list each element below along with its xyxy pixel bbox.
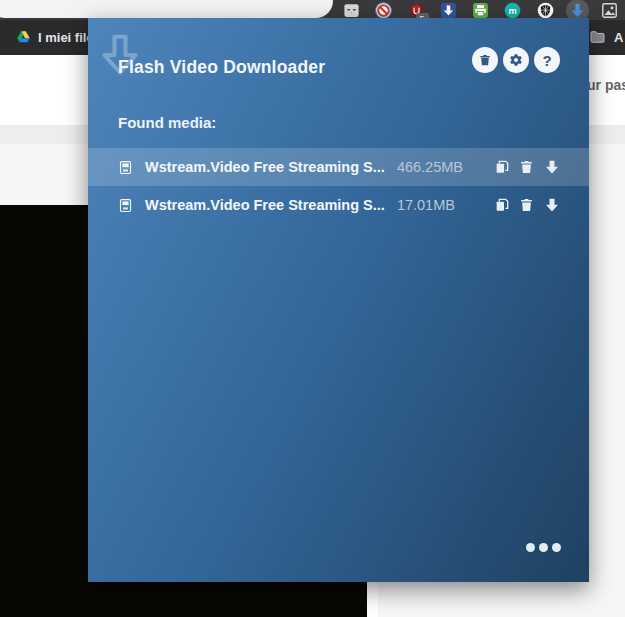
trash-icon[interactable] <box>519 159 534 175</box>
media-title: Wstream.Video Free Streaming S... <box>145 197 385 213</box>
media-row[interactable]: Wstream.Video Free Streaming S... 466.25… <box>88 148 589 186</box>
ellipsis-dot <box>526 543 535 552</box>
image-viewer-icon[interactable] <box>601 2 618 19</box>
settings-button[interactable] <box>503 47 529 73</box>
download-icon[interactable] <box>543 159 561 176</box>
help-button[interactable]: ? <box>534 47 560 73</box>
other-bookmarks-folder-icon[interactable] <box>589 29 606 44</box>
media-size: 466.25MB <box>397 159 463 175</box>
teal-m-icon[interactable]: m <box>504 2 521 19</box>
face-extension-icon[interactable] <box>343 2 360 19</box>
trash-icon[interactable] <box>519 197 534 213</box>
media-row-actions <box>494 159 561 176</box>
webpage-text-fragment: ur pas <box>587 77 625 93</box>
download-icon[interactable] <box>543 197 561 214</box>
prohibition-adblock-icon[interactable] <box>375 2 392 19</box>
video-file-icon <box>118 198 133 213</box>
browser-toolbar: 5 m <box>0 0 625 20</box>
copy-icon[interactable] <box>494 159 510 175</box>
ellipsis-dot <box>552 543 561 552</box>
media-size: 17.01MB <box>397 197 455 213</box>
flash-video-downloader-popup: Flash Video Downloader ? Found media: <box>88 18 589 582</box>
screen: 5 m <box>0 0 625 617</box>
clear-all-button[interactable] <box>472 47 498 73</box>
media-title: Wstream.Video Free Streaming S... <box>145 159 385 175</box>
found-media-heading: Found media: <box>118 114 216 131</box>
google-drive-icon <box>16 30 31 45</box>
bookmark-item-i-miei-file[interactable]: I miei file <box>38 30 94 45</box>
trash-icon <box>478 53 492 67</box>
copy-icon[interactable] <box>494 197 510 213</box>
media-row[interactable]: Wstream.Video Free Streaming S... 17.01M… <box>88 186 589 224</box>
help-question-icon: ? <box>542 53 551 68</box>
ellipsis-dot <box>539 543 548 552</box>
green-printer-icon[interactable] <box>472 2 489 19</box>
media-row-actions <box>494 197 561 214</box>
ublock-shield-icon[interactable]: 5 <box>408 2 425 19</box>
popup-title: Flash Video Downloader <box>118 57 325 78</box>
address-bar[interactable] <box>0 0 333 18</box>
svg-text:m: m <box>509 5 517 15</box>
popup-header-buttons: ? <box>472 47 560 73</box>
video-file-icon <box>118 160 133 175</box>
settings-gear-icon <box>509 53 523 67</box>
extension-icons-row: 5 m <box>343 1 618 19</box>
more-options-button[interactable] <box>526 543 561 552</box>
shield-ghostery-icon[interactable] <box>537 2 554 19</box>
other-bookmarks-label[interactable]: A <box>614 30 623 45</box>
blue-download-square-icon[interactable] <box>440 2 457 19</box>
media-list: Wstream.Video Free Streaming S... 466.25… <box>88 148 589 224</box>
